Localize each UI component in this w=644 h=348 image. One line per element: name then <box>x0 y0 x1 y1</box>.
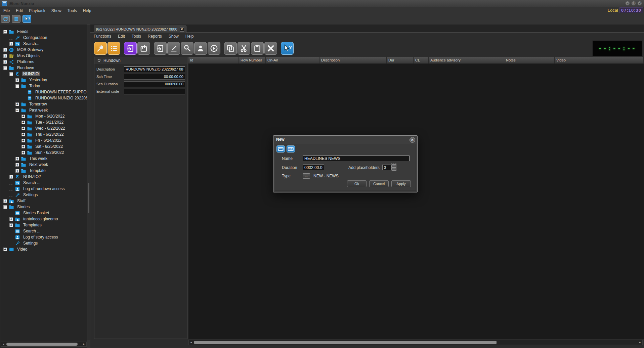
spin-up-icon[interactable]: ▲ <box>392 164 396 168</box>
duration-field[interactable] <box>303 165 324 170</box>
doc-import-button[interactable] <box>137 42 150 55</box>
tree-item-stories-basket[interactable]: Stories Basket <box>0 210 87 216</box>
expand-box-icon[interactable]: + <box>22 139 25 142</box>
paste-button[interactable] <box>251 42 264 55</box>
tree-item-platforms[interactable]: +Platforms <box>0 59 87 65</box>
tree-item-today[interactable]: −Today <box>0 83 87 89</box>
expand-box-icon[interactable]: + <box>3 60 7 64</box>
scroll-right-arrow-icon[interactable]: ► <box>638 341 642 344</box>
tree-item-yesterday[interactable]: +Yesterday <box>0 77 87 83</box>
play-button[interactable] <box>208 42 220 55</box>
tree-item-template[interactable]: +Template <box>0 168 87 174</box>
doc-menu-item-functions[interactable]: Functions <box>90 33 115 39</box>
edit-button[interactable] <box>167 42 180 55</box>
expand-box-icon[interactable]: + <box>15 157 19 161</box>
keyboard-icon[interactable] <box>276 145 285 153</box>
sch-time-field[interactable] <box>124 74 185 80</box>
pin-button[interactable] <box>94 42 107 55</box>
tree-item-rundown-nunzio-20220627-08[interactable]: RUNDOWN NUNZIO 20220627 08 <box>0 95 87 101</box>
grid-hscroll-thumb[interactable] <box>194 341 497 344</box>
menu-item-edit[interactable]: Edit <box>13 8 26 14</box>
scroll-right-arrow-icon[interactable]: ► <box>82 342 86 346</box>
expand-box-icon[interactable]: + <box>3 199 7 203</box>
tab-rundown[interactable]: [6/27/2022] RUNDOWN NUNZIO 20220627 0800… <box>94 26 186 33</box>
person-button[interactable] <box>194 42 207 55</box>
name-field[interactable] <box>303 156 410 161</box>
list-button[interactable] <box>108 42 120 55</box>
minimize-button[interactable]: − <box>625 1 630 6</box>
tree-item-log-of-rundown-access[interactable]: Log of rundown access <box>0 186 87 192</box>
tree-item-nunzio[interactable]: −ƐNUNZIO <box>0 71 87 77</box>
column-header-notes[interactable]: Notes <box>504 57 555 63</box>
column-header-row-number[interactable]: Row Number <box>239 57 266 63</box>
column-header-cl[interactable]: CL <box>414 57 429 63</box>
tree-item-this-week[interactable]: +This week <box>0 156 87 162</box>
tree-vscroll-thumb[interactable] <box>88 183 89 213</box>
tree-item-mos-objects[interactable]: +Mos Objects <box>0 53 87 59</box>
tree-item-nunzio2[interactable]: +ƐNUNZIO2 <box>0 174 87 180</box>
collapse-box-icon[interactable]: − <box>3 205 7 209</box>
expand-box-icon[interactable]: + <box>22 115 25 118</box>
tree-item-mos-gateway[interactable]: +mMOS Gateway <box>0 47 87 53</box>
tree-item-wed-6-22-2022[interactable]: +Wed - 6/22/2022 <box>0 125 87 131</box>
expand-box-icon[interactable]: + <box>22 133 25 136</box>
menu-item-help[interactable]: Help <box>80 8 94 14</box>
placeholders-field[interactable] <box>382 165 392 170</box>
expand-box-icon[interactable]: + <box>22 127 25 130</box>
column-header-id[interactable]: Id <box>188 57 239 63</box>
expand-box-icon[interactable]: + <box>3 48 7 52</box>
column-header-description[interactable]: Description <box>319 57 387 63</box>
cancel-button[interactable]: Cancel <box>369 180 389 187</box>
description-field[interactable] <box>124 67 185 72</box>
doc-menu-item-edit[interactable]: Edit <box>115 33 128 39</box>
cut-button[interactable] <box>238 42 250 55</box>
tree-item-settings[interactable]: Settings <box>0 192 87 198</box>
tree-item-mon-6-20-2022[interactable]: +Mon - 6/20/2022 <box>0 113 87 119</box>
expand-box-icon[interactable]: + <box>9 42 13 46</box>
menu-item-playback[interactable]: Playback <box>26 8 48 14</box>
close-button[interactable]: ✕ <box>637 1 642 6</box>
expand-box-icon[interactable]: + <box>9 217 13 221</box>
expand-box-icon[interactable]: + <box>3 248 7 251</box>
column-header-video[interactable]: Video <box>555 57 644 63</box>
doc-menu-item-help[interactable]: Help <box>182 33 197 39</box>
menu-item-tools[interactable]: Tools <box>65 8 80 14</box>
column-header-dur[interactable]: Dur <box>387 57 414 63</box>
tree-item-tue-6-21-2022[interactable]: +Tue - 6/21/2022 <box>0 119 87 125</box>
apply-button[interactable]: Apply <box>391 180 411 187</box>
tree-item-thu-6-23-2022[interactable]: +Thu - 6/23/2022 <box>0 131 87 137</box>
restore-button[interactable]: ❐ <box>631 1 636 6</box>
doc-menu-item-reports[interactable]: Reports <box>144 33 165 39</box>
search-button[interactable] <box>181 42 194 55</box>
dialog-close-icon[interactable]: ✕ <box>410 137 415 143</box>
expand-box-icon[interactable]: + <box>22 151 25 155</box>
expand-box-icon[interactable]: + <box>15 169 19 173</box>
tree-item-settings[interactable]: Settings <box>0 240 87 246</box>
column-header-on-air[interactable]: On-Air <box>266 57 319 63</box>
copy-button[interactable] <box>224 42 237 55</box>
spin-down-icon[interactable]: ▼ <box>392 168 396 171</box>
tree-item-feeds[interactable]: −Feeds <box>0 29 87 35</box>
expand-box-icon[interactable]: + <box>3 54 7 58</box>
collapse-box-icon[interactable]: − <box>3 66 7 70</box>
sch-duration-field[interactable] <box>124 81 185 87</box>
tree-horizontal-scrollbar[interactable]: ◄ ► <box>1 342 87 347</box>
doc-menu-item-tools[interactable]: Tools <box>128 33 144 39</box>
menu-item-show[interactable]: Show <box>48 8 65 14</box>
tree-item-configuration[interactable]: Configuration <box>0 35 87 41</box>
tree-item-past-week[interactable]: −Past week <box>0 107 87 113</box>
expand-box-icon[interactable]: + <box>15 163 19 167</box>
type-browse-button[interactable]: ... <box>303 173 310 179</box>
expand-box-icon[interactable]: + <box>15 78 19 82</box>
menu-item-file[interactable]: File <box>0 8 13 14</box>
help-button[interactable]: ? <box>281 42 294 55</box>
tree-item-sun-6-26-2022[interactable]: +Sun - 6/26/2022 <box>0 149 87 156</box>
tree-item-tomorrow[interactable]: +Tomorrow <box>0 101 87 107</box>
tree-item-stories[interactable]: −Stories <box>0 204 87 210</box>
tree-vertical-scrollbar[interactable] <box>87 25 90 340</box>
help-icon[interactable]: HELP <box>287 145 295 153</box>
tree-item-fri-6-24-2022[interactable]: +Fri - 6/24/2022 <box>0 137 87 143</box>
doc-menu-item-show[interactable]: Show <box>165 33 182 39</box>
grid-horizontal-scrollbar[interactable]: ◄ ► <box>188 340 643 345</box>
context-help-button[interactable]: ? <box>23 15 31 23</box>
